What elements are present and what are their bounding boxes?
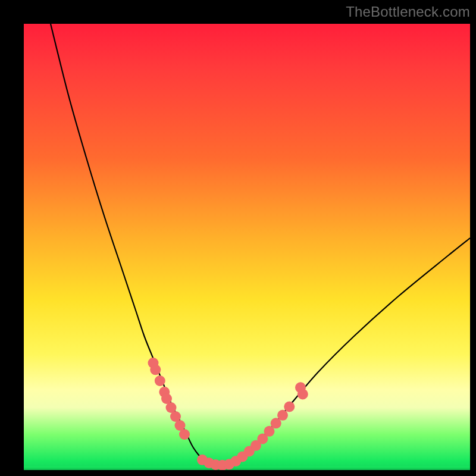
data-marker xyxy=(264,426,275,437)
data-marker xyxy=(277,410,288,421)
data-marker xyxy=(159,387,170,397)
data-marker xyxy=(237,452,248,462)
data-marker xyxy=(250,440,261,451)
marker-group xyxy=(148,358,308,470)
data-marker xyxy=(179,429,190,440)
data-marker xyxy=(155,375,165,386)
data-marker xyxy=(295,382,306,393)
data-marker xyxy=(284,402,295,412)
data-marker xyxy=(257,434,268,444)
data-marker xyxy=(175,420,186,431)
data-marker xyxy=(230,456,241,466)
data-marker xyxy=(161,393,172,404)
data-marker xyxy=(166,402,177,413)
data-marker xyxy=(271,418,281,428)
outer-frame: TheBottleneck.com xyxy=(0,0,476,476)
data-marker xyxy=(197,455,208,465)
data-marker xyxy=(244,446,255,457)
plot-area xyxy=(24,24,470,470)
data-marker xyxy=(150,364,161,375)
watermark-text: TheBottleneck.com xyxy=(346,4,470,20)
bottom-green-band xyxy=(24,466,470,470)
data-marker xyxy=(298,389,308,400)
data-marker xyxy=(170,411,181,422)
data-marker xyxy=(148,358,159,368)
chart-svg xyxy=(24,24,470,470)
bottleneck-curve xyxy=(51,24,470,466)
